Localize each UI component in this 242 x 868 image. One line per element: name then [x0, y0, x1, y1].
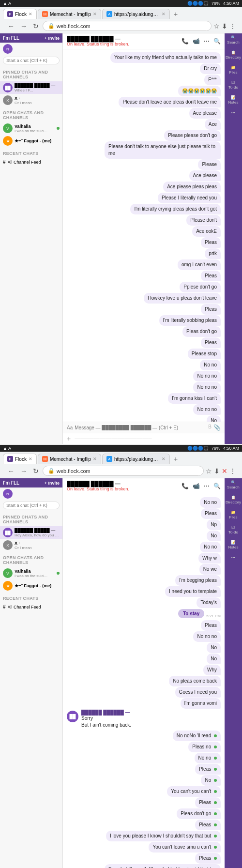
sidebar-pinned-2[interactable]: X X · Or I mean [0, 94, 62, 107]
attach-icon-1[interactable]: 📎 [213, 424, 221, 431]
my-bubble-6: Ace [205, 119, 221, 130]
reload-button-1[interactable]: ↻ [31, 21, 41, 31]
todo-icon[interactable]: ☑ To-do [228, 80, 238, 90]
address-bar-2[interactable]: 🔒 web.flock.com [43, 466, 204, 476]
forward-button-1[interactable]: → [18, 21, 29, 31]
files-icon[interactable]: 📁 Files [229, 65, 238, 75]
lock-icon-1: 🔒 [48, 23, 55, 29]
tab-bar-2: F Flock ✕ M Memechat - Imgflip ✕ A https… [3, 454, 239, 464]
reply-aincoming: But I ain't coming back. [81, 722, 221, 729]
download-button-2[interactable]: ⬇ [214, 467, 220, 475]
more-panel-icon[interactable]: ••• [231, 110, 235, 115]
my-bubble-12: Please I literally need you [158, 193, 221, 203]
bubble-comeback: No pleas come back [169, 676, 221, 686]
tab-close-ai-1[interactable]: ✕ [162, 12, 166, 16]
tab-close-f2[interactable]: ✕ [29, 457, 32, 461]
chat-status-1: On leave. Status tiling is broken. [67, 42, 129, 46]
back-button-1[interactable]: ← [6, 21, 16, 31]
pinned-section-label-1: PINNED CHATS AND CHANNELS [0, 68, 62, 81]
bold-icon[interactable]: B [208, 424, 212, 431]
directory-icon[interactable]: 📋 Directory [226, 50, 241, 60]
menu-button-2[interactable]: ⋮ [229, 467, 236, 475]
time-display-2: 4:50 AM [223, 446, 239, 451]
tab-close-a2[interactable]: ✕ [162, 457, 166, 461]
notes-label-2: Notes [228, 545, 239, 549]
sidebar-open-1[interactable]: V Valhalla I was on the suici... [0, 122, 62, 135]
stop-button-2[interactable]: ✕ [222, 467, 227, 475]
tab-close-meme-1[interactable]: ✕ [93, 12, 97, 16]
bubble-nono-2: No no [200, 542, 221, 552]
sidebar-search-2 [0, 500, 62, 511]
new-tab-button-2[interactable]: + [171, 454, 181, 464]
todo-label: To-do [228, 85, 238, 90]
bubble-pleas-r5: Pleas [195, 797, 221, 808]
menu-button-1[interactable]: ⋮ [229, 22, 236, 30]
notes-icon[interactable]: 📝 Notes [228, 95, 239, 105]
bubble-begging: I'm begging pleas [175, 575, 221, 586]
add-content-btn[interactable]: + [67, 435, 71, 442]
back-button-2[interactable]: ← [6, 466, 16, 476]
address-bar-1[interactable]: 🔒 web.flock.com [43, 21, 212, 31]
search-chat-icon-2[interactable]: 🔍 [213, 483, 221, 489]
right-sidebar-1: 🔍 Search 📋 Directory 📁 Files ☑ To-do 📝 N… [225, 33, 242, 444]
tab-flock-1[interactable]: F Flock ✕ [3, 9, 37, 19]
files-icon-2[interactable]: 📁 Files [229, 510, 238, 519]
tab-ai-1[interactable]: A https://play.aidungeon.io/... ✕ [102, 9, 170, 19]
invite-button-1[interactable]: + Invite [45, 36, 60, 41]
sidebar-pinned-2b[interactable]: X X · Or I mean [0, 539, 62, 551]
invite-button-2[interactable]: + Invite [45, 481, 60, 486]
download-button-1[interactable]: ⬇ [222, 22, 227, 30]
message-input-1[interactable] [75, 425, 206, 430]
format-btn-1[interactable]: Aa [67, 425, 73, 430]
recent-name-2: All Channel Feed [8, 605, 60, 609]
sidebar-pinned-2a[interactable]: ██ ██████ █████ — Hey Alexa, how do you … [0, 526, 62, 539]
tab-meme-1[interactable]: M Memechat - Imgflip ✕ [38, 9, 101, 19]
bookmark-button-1[interactable]: ☆ [213, 22, 220, 30]
sidebar-recent-2[interactable]: # All Channel Feed [0, 603, 62, 611]
search-input-2[interactable] [3, 502, 60, 509]
sidebar-pinned-1[interactable]: ██ ██████ █████ — Whee ! F... [0, 81, 62, 94]
sidebar-recent-1[interactable]: # All Channel Feed [0, 158, 62, 166]
open-sub-2a: I was on the suici... [15, 574, 55, 578]
flock-favicon-2: F [7, 456, 13, 462]
tab-flock-2[interactable]: F Flock ✕ [3, 454, 37, 464]
call-icon-2[interactable]: 📞 [182, 483, 189, 489]
search-input-1[interactable] [3, 57, 60, 64]
tab-ai-2[interactable]: A https://play.aidungeon.io/... ✕ [102, 454, 170, 464]
bookmark-button-2[interactable]: ☆ [206, 467, 212, 475]
todo-icon-2[interactable]: ☑ To-do [228, 525, 238, 534]
tab-close-1[interactable]: ✕ [29, 12, 32, 16]
search-chat-icon[interactable]: 🔍 [213, 38, 221, 45]
more-panel-icon-2[interactable]: ••• [231, 555, 235, 560]
bubble-pleas-r6: Pleas [195, 820, 221, 830]
sidebar-open-2b[interactable]: ★ ★•·¨ Faggot - (me) [0, 579, 62, 592]
search-panel-icon-2[interactable]: 🔍 Search [227, 480, 239, 489]
status-left-2: ▲ A [3, 446, 11, 451]
my-bubble-5: Ace please [189, 108, 221, 119]
more-icon-2[interactable]: ⋯ [204, 483, 210, 489]
video-icon[interactable]: 📹 [193, 38, 200, 45]
nav-icons-1: ☆ ⬇ ⋮ [213, 22, 236, 30]
pinned-avatar-2: X [3, 95, 13, 105]
my-bubble-22: Pleas [201, 304, 221, 315]
search-panel-icon[interactable]: 🔍 Search [227, 35, 239, 45]
call-icon[interactable]: 📞 [182, 38, 189, 45]
tostay-label: To stay [183, 611, 199, 616]
status-icons-2: 🔵🔵🔵🎧 [187, 446, 209, 451]
bubble-todays: Today's [197, 597, 221, 608]
open-sub-1: I was on the suici... [15, 129, 55, 133]
reload-button-2[interactable]: ↻ [31, 466, 41, 476]
notes-icon-2[interactable]: 📝 Notes [228, 540, 239, 549]
sidebar-open-2[interactable]: ★ ★•·¨ Faggot - (me) [0, 135, 62, 147]
bubble-forwhat: For what it's worth Kkm glad I at least … [105, 864, 221, 868]
bubble-no-2: No [207, 642, 221, 653]
tab-close-m2[interactable]: ✕ [93, 457, 97, 461]
my-messages-mid-2: Pleas No no no No No Why No pleas come b… [67, 620, 221, 709]
tab-meme-2[interactable]: M Memechat - Imgflip ✕ [38, 454, 101, 464]
sidebar-open-2a[interactable]: V Valhalla I was on the suici... [0, 567, 62, 579]
directory-icon-2[interactable]: 📋 Directory [226, 495, 241, 504]
video-icon-2[interactable]: 📹 [193, 483, 200, 489]
more-icon[interactable]: ⋯ [204, 38, 210, 45]
forward-button-2[interactable]: → [18, 466, 29, 476]
new-tab-button-1[interactable]: + [171, 9, 181, 19]
